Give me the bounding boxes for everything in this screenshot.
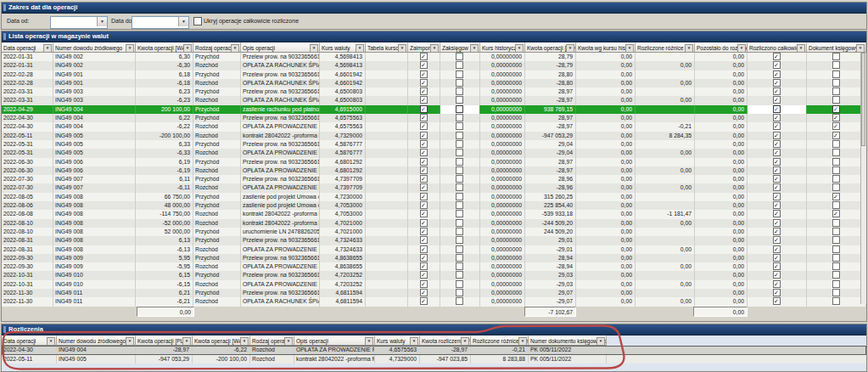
row-checkbox-checked[interactable]: ✓	[420, 245, 428, 253]
operation-row[interactable]: 2022-08-31ING49 0086,13PrzychódPrzelew p…	[2, 236, 866, 245]
row-checkbox-unchecked[interactable]	[832, 53, 840, 60]
column-header[interactable]: Kwota rozliczenia [PL▼	[420, 335, 471, 346]
filter-dropdown-icon[interactable]: ▼	[398, 44, 406, 53]
scrollbar-thumb[interactable]	[861, 53, 865, 146]
row-checkbox-checked[interactable]: ✓	[420, 61, 428, 69]
row-checkbox-checked[interactable]: ✓	[773, 105, 781, 113]
row-checkbox-unchecked[interactable]	[832, 87, 840, 95]
row-checkbox-unchecked[interactable]	[832, 271, 840, 279]
filter-dropdown-icon[interactable]: ▼	[365, 337, 373, 346]
row-checkbox-checked[interactable]: ✓	[420, 122, 428, 130]
row-checkbox-checked[interactable]: ✓	[420, 70, 428, 78]
row-checkbox-checked[interactable]: ✓	[773, 79, 781, 87]
filter-dropdown-icon[interactable]: ▼	[596, 337, 605, 346]
row-checkbox-unchecked[interactable]	[832, 262, 840, 270]
row-checkbox-checked[interactable]: ✓	[773, 149, 781, 156]
row-checkbox-checked[interactable]: ✓	[773, 183, 781, 191]
row-checkbox-checked[interactable]: ✓	[420, 289, 428, 296]
row-checkbox-checked[interactable]: ✓	[832, 193, 840, 200]
row-checkbox-unchecked[interactable]	[832, 175, 840, 183]
row-checkbox-unchecked[interactable]	[832, 219, 840, 227]
row-checkbox-checked[interactable]: ✓	[773, 193, 781, 200]
filter-dropdown-icon[interactable]: ▼	[356, 44, 364, 53]
column-header[interactable]: Data operacji▼	[2, 42, 53, 53]
column-header[interactable]: Opis operacji▼	[241, 42, 320, 53]
row-checkbox-unchecked[interactable]	[456, 140, 463, 148]
row-checkbox-checked[interactable]: ✓	[773, 114, 781, 121]
filter-dropdown-icon[interactable]: ▼	[183, 44, 192, 53]
row-checkbox-unchecked[interactable]	[832, 297, 840, 305]
row-checkbox-unchecked[interactable]	[832, 140, 840, 148]
row-checkbox-unchecked[interactable]	[456, 132, 463, 139]
filter-dropdown-icon[interactable]: ▼	[410, 337, 418, 346]
filter-dropdown-icon[interactable]: ▼	[470, 44, 479, 53]
row-checkbox-checked[interactable]: ✓	[773, 262, 781, 270]
row-checkbox-checked[interactable]: ✓	[420, 236, 428, 244]
row-checkbox-checked[interactable]: ✓	[420, 158, 428, 166]
row-checkbox-checked[interactable]: ✓	[420, 193, 428, 200]
filter-dropdown-icon[interactable]: ▼	[518, 337, 527, 346]
row-checkbox-checked[interactable]: ✓	[420, 262, 428, 270]
row-checkbox-unchecked[interactable]	[456, 70, 463, 78]
operation-row[interactable]: 2022-05-31ING49 0056,33PrzychódPrzelew p…	[2, 140, 866, 149]
operation-row[interactable]: 2022-09-30ING49 0095,95PrzychódPrzelew p…	[2, 254, 866, 262]
operation-row[interactable]: 2022-05-11ING49 005-200 100,00Rozchódkon…	[2, 132, 866, 140]
column-header[interactable]: Rozliczono całkowicie▼	[748, 42, 807, 53]
row-checkbox-checked[interactable]: ✓	[832, 210, 840, 217]
date-from-combo[interactable]: ▼	[50, 16, 108, 29]
row-checkbox-unchecked[interactable]	[456, 297, 463, 305]
row-checkbox-unchecked[interactable]	[456, 254, 463, 262]
row-checkbox-checked[interactable]: ✓	[773, 201, 781, 209]
row-checkbox-unchecked[interactable]	[832, 158, 840, 166]
row-checkbox-unchecked[interactable]	[456, 114, 463, 121]
column-header[interactable]: Kurs waluty▼	[375, 335, 420, 346]
row-checkbox-checked[interactable]: ✓	[420, 271, 428, 279]
row-checkbox-checked[interactable]: ✓	[773, 210, 781, 217]
row-checkbox-checked[interactable]: ✓	[420, 105, 428, 113]
filter-dropdown-icon[interactable]: ▼	[126, 44, 134, 53]
column-header[interactable]: Tabela kursowa▼	[366, 42, 408, 53]
operation-row[interactable]: 2022-04-30ING49 0046,22PrzychódPrzelew p…	[2, 114, 866, 122]
row-checkbox-checked[interactable]: ✓	[420, 183, 428, 191]
column-header[interactable]: Zaksięgow▼	[440, 42, 480, 53]
row-checkbox-unchecked[interactable]	[832, 201, 840, 209]
row-checkbox-unchecked[interactable]	[456, 79, 463, 87]
vertical-scrollbar[interactable]	[860, 53, 866, 304]
date-to-combo[interactable]: ▼	[132, 16, 189, 29]
row-checkbox-checked[interactable]: ✓	[420, 53, 428, 60]
row-checkbox-unchecked[interactable]	[456, 262, 463, 270]
operation-row[interactable]: 2022-07-30ING49 007-6,11RozchódOPŁATA ZA…	[2, 183, 866, 192]
row-checkbox-checked[interactable]: ✓	[832, 132, 840, 139]
row-checkbox-checked[interactable]: ✓	[773, 87, 781, 95]
row-checkbox-checked[interactable]: ✓	[420, 87, 428, 95]
row-checkbox-checked[interactable]: ✓	[420, 254, 428, 262]
row-checkbox-checked[interactable]: ✓	[420, 219, 428, 227]
row-checkbox-checked[interactable]: ✓	[832, 122, 840, 130]
row-checkbox-checked[interactable]: ✓	[832, 105, 840, 113]
row-checkbox-unchecked[interactable]	[456, 53, 463, 60]
operation-row[interactable]: 2022-11-30ING49 011-6,21RozchódOPŁATA ZA…	[2, 297, 866, 306]
row-checkbox-checked[interactable]: ✓	[420, 210, 428, 217]
filter-dropdown-icon[interactable]: ▼	[797, 44, 805, 53]
settlement-row[interactable]: 2022-05-11ING49 005-947 053,29-200 100,0…	[2, 355, 866, 364]
row-checkbox-checked[interactable]: ✓	[420, 280, 428, 288]
row-checkbox-unchecked[interactable]	[832, 70, 840, 78]
operation-row[interactable]: 2022-05-31ING49 005-6,33RozchódOPŁATA ZA…	[2, 149, 866, 157]
chevron-down-icon[interactable]: ▼	[178, 17, 188, 26]
row-checkbox-unchecked[interactable]	[456, 96, 463, 104]
row-checkbox-checked[interactable]: ✓	[420, 79, 428, 87]
column-header[interactable]: Data operacji▼	[2, 335, 57, 346]
row-checkbox-checked[interactable]: ✓	[420, 297, 428, 305]
column-header[interactable]: Rodzaj operacji▼	[250, 335, 294, 346]
row-checkbox-checked[interactable]: ✓	[773, 254, 781, 262]
row-checkbox-checked[interactable]: ✓	[773, 271, 781, 279]
row-checkbox-checked[interactable]: ✓	[773, 297, 781, 305]
row-checkbox-checked[interactable]: ✓	[773, 228, 781, 235]
row-checkbox-unchecked[interactable]	[456, 61, 463, 69]
row-checkbox-unchecked[interactable]	[832, 228, 840, 235]
filter-dropdown-icon[interactable]: ▼	[240, 337, 249, 346]
row-checkbox-unchecked[interactable]	[456, 122, 463, 130]
row-checkbox-checked[interactable]: ✓	[773, 280, 781, 288]
operation-row[interactable]: 2022-08-08ING49 008-114 750,00Rozchódkon…	[2, 210, 866, 218]
filter-dropdown-icon[interactable]: ▼	[284, 337, 293, 346]
